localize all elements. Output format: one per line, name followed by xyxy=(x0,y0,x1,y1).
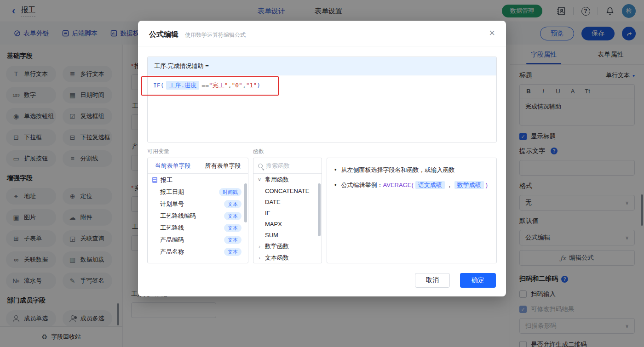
help-line-2: • 公式编辑举例：AVERAGE(语文成绩，数学成绩) xyxy=(334,181,489,190)
variable-type-badge: 文本 xyxy=(224,236,242,244)
variable-type-badge: 文本 xyxy=(224,212,242,220)
example-token: 语文成绩 xyxy=(415,181,445,189)
function-item[interactable]: MAPX xyxy=(253,218,322,229)
variables-tabs: 当前表单字段所有表单字段 xyxy=(148,158,248,174)
variable-name: 产品名称 xyxy=(160,248,184,256)
variable-row[interactable]: 工艺路线编码 文本 xyxy=(148,210,248,222)
formula-token: "完工" xyxy=(209,82,228,89)
function-item[interactable]: CONCATENATE xyxy=(253,185,322,196)
variable-name: 工艺路线编码 xyxy=(160,212,196,220)
variable-name: 报工日期 xyxy=(160,188,184,196)
functions-label: 函数 xyxy=(253,148,264,155)
variable-name: 产品编码 xyxy=(160,236,184,244)
modal-title: 公式编辑 xyxy=(149,30,178,40)
variable-rows: 报工日期 时间戳 计划单号 文本 工艺路线编码 文本 工艺路线 文本 xyxy=(148,186,248,258)
formula-token: IF( xyxy=(153,82,164,89)
bullet-icon: • xyxy=(334,165,337,175)
formula-token: == xyxy=(201,82,209,89)
formula-token: 工序.进度 xyxy=(166,81,199,90)
variable-name: 工艺路线 xyxy=(160,224,184,232)
functions-panel: ∨ 常用函数 CONCATENATEDATEIFMAPXSUM › 数学函数 ›… xyxy=(253,158,322,263)
example-token: 数学成绩 xyxy=(454,181,484,189)
variable-name: 计划单号 xyxy=(160,200,184,208)
example-token: 公式编辑举例： xyxy=(341,182,383,188)
variables-tab[interactable]: 所有表单字段 xyxy=(198,158,248,173)
help-line-1: • 从左侧面板选择字段名和函数，或输入函数 xyxy=(334,165,489,175)
function-group-text[interactable]: › 文本函数 xyxy=(253,252,322,263)
variable-type-badge: 文本 xyxy=(224,200,242,208)
variable-row[interactable]: 工艺路线 文本 xyxy=(148,222,248,234)
example-token: AVERAGE( xyxy=(383,182,414,188)
chevron-open-icon: ∨ xyxy=(257,176,262,182)
variables-panel: 当前表单字段所有表单字段 报工 报工日期 时间戳 计划单号 文本 工艺路线编码 … xyxy=(147,158,248,263)
example-token: ， xyxy=(447,182,453,188)
function-item[interactable]: DATE xyxy=(253,196,322,207)
cancel-button[interactable]: 取消 xyxy=(415,273,450,288)
example-token: ) xyxy=(486,182,488,188)
form-doc-icon xyxy=(152,177,157,183)
variable-row[interactable]: 产品名称 文本 xyxy=(148,246,248,258)
formula-input-area[interactable]: IF(工序.进度=="完工","0","1") xyxy=(148,75,496,142)
search-icon xyxy=(258,164,263,168)
close-icon[interactable]: × xyxy=(489,28,495,38)
modal-subtitle: 使用数学运算符编辑公式 xyxy=(185,31,246,39)
bullet-icon: • xyxy=(334,181,337,190)
variables-tab[interactable]: 当前表单字段 xyxy=(148,158,198,173)
form-root-node[interactable]: 报工 xyxy=(148,174,248,186)
formula-editor: 工序.完成情况辅助 = IF(工序.进度=="完工","0","1") xyxy=(147,57,497,142)
chevron-right-icon: › xyxy=(257,244,262,249)
formula-editor-modal: 公式编辑 使用数学运算符编辑公式 × 工序.完成情况辅助 = IF(工序.进度=… xyxy=(138,21,506,296)
function-item[interactable]: SUM xyxy=(253,229,322,240)
confirm-button[interactable]: 确定 xyxy=(460,273,496,288)
formula-token: ) xyxy=(257,82,260,89)
function-group-math[interactable]: › 数学函数 xyxy=(253,240,322,252)
variables-scrollbar[interactable] xyxy=(244,183,247,222)
variables-label: 可用变量 xyxy=(147,148,169,155)
function-search xyxy=(253,158,322,174)
variable-row[interactable]: 计划单号 文本 xyxy=(148,198,248,210)
variable-type-badge: 文本 xyxy=(224,248,242,256)
function-items: CONCATENATEDATEIFMAPXSUM xyxy=(253,185,322,240)
modal-header: 公式编辑 使用数学运算符编辑公式 xyxy=(138,21,506,46)
function-group-common[interactable]: ∨ 常用函数 xyxy=(253,174,322,185)
formula-target: 工序.完成情况辅助 = xyxy=(148,57,496,75)
formula-token: , xyxy=(242,82,246,89)
help-panel: • 从左侧面板选择字段名和函数，或输入函数 • 公式编辑举例：AVERAGE(语… xyxy=(327,158,497,263)
help-example: 公式编辑举例：AVERAGE(语文成绩，数学成绩) xyxy=(341,181,488,190)
formula-token: "1" xyxy=(246,82,257,89)
function-item[interactable]: IF xyxy=(253,207,322,218)
variable-type-badge: 时间戳 xyxy=(219,188,242,196)
function-search-input[interactable] xyxy=(266,162,312,169)
chevron-right-icon: › xyxy=(257,255,262,261)
functions-scrollbar[interactable] xyxy=(318,183,321,236)
variable-row[interactable]: 产品编码 文本 xyxy=(148,234,248,246)
variable-row[interactable]: 报工日期 时间戳 xyxy=(148,186,248,198)
formula-token: "0" xyxy=(231,82,242,89)
variable-type-badge: 文本 xyxy=(224,224,242,232)
